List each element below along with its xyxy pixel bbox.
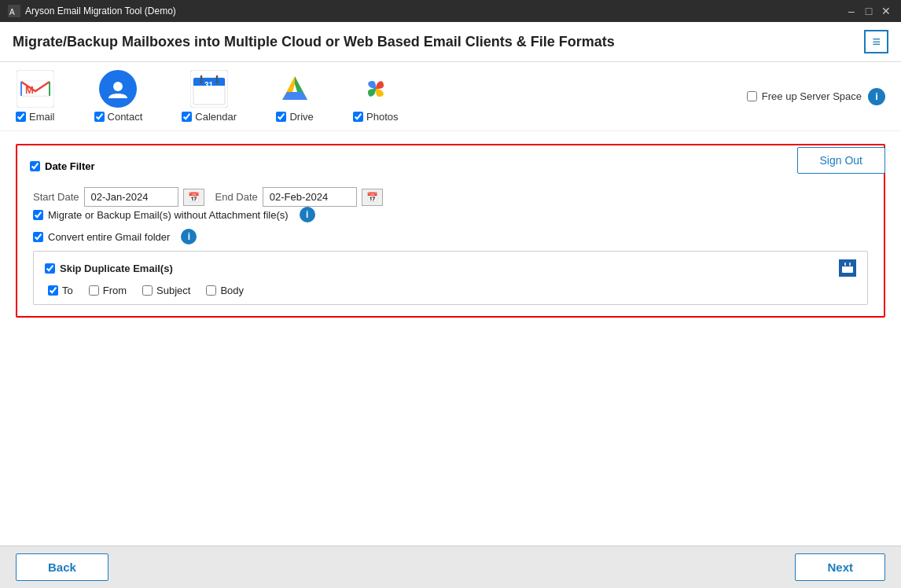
- photos-icon-item: Photos: [353, 70, 398, 123]
- dup-body-checkbox[interactable]: [206, 285, 216, 296]
- next-button[interactable]: Next: [795, 553, 885, 581]
- skip-duplicate-section: Skip Duplicate Email(s): [33, 251, 868, 305]
- date-filter-checkbox[interactable]: [30, 161, 40, 171]
- bottom-bar: Back Next: [0, 546, 901, 588]
- gmail-icon: M: [17, 70, 54, 108]
- minimize-button[interactable]: –: [844, 4, 859, 18]
- convert-option-row: Convert entire Gmail folder i: [33, 229, 868, 244]
- convert-option-label[interactable]: Convert entire Gmail folder: [33, 231, 170, 243]
- end-date-calendar-button[interactable]: 📅: [362, 189, 383, 206]
- free-space-checkbox[interactable]: [747, 91, 757, 101]
- svg-text:M: M: [25, 84, 34, 96]
- convert-option-checkbox[interactable]: [33, 232, 43, 242]
- options-section: Migrate or Backup Email(s) without Attac…: [30, 207, 871, 305]
- menu-button[interactable]: ≡: [864, 30, 888, 53]
- calendar-checkbox[interactable]: [182, 112, 192, 122]
- free-space-area: Free up Server Space i: [747, 88, 885, 105]
- header-bar: Migrate/Backup Mailboxes into Multiple C…: [0, 22, 901, 62]
- skip-duplicate-checkbox[interactable]: [45, 263, 55, 274]
- convert-info-icon[interactable]: i: [181, 229, 197, 244]
- contact-icon-item: Contact: [94, 70, 143, 123]
- end-date-group: End Date 📅: [215, 187, 383, 207]
- skip-dup-icon: [839, 259, 856, 277]
- migrate-option-row: Migrate or Backup Email(s) without Attac…: [33, 207, 868, 222]
- end-date-input[interactable]: [263, 187, 357, 207]
- drive-icon-item: Drive: [276, 70, 314, 123]
- email-checkbox-label[interactable]: Email: [16, 111, 55, 123]
- skip-duplicate-label[interactable]: Skip Duplicate Email(s): [45, 263, 173, 274]
- date-filter-row: Date Filter: [30, 156, 871, 176]
- duplicate-suboptions: To From Subject Body: [45, 285, 856, 296]
- title-bar-left: A Aryson Email Migration Tool (Demo): [8, 5, 176, 17]
- maximize-button[interactable]: □: [862, 4, 876, 18]
- contact-icon: [99, 70, 137, 108]
- contact-checkbox[interactable]: [94, 112, 105, 122]
- email-checkbox[interactable]: [16, 112, 26, 122]
- app-icon: A: [8, 5, 20, 17]
- dup-subject-label[interactable]: Subject: [142, 285, 190, 296]
- filter-section: Date Filter: [16, 144, 885, 318]
- photos-checkbox[interactable]: [353, 112, 363, 122]
- svg-text:A: A: [9, 8, 15, 17]
- calendar-icon-item: 31 Calendar: [182, 70, 237, 123]
- dup-to-label[interactable]: To: [48, 285, 73, 296]
- page-title: Migrate/Backup Mailboxes into Multiple C…: [13, 34, 615, 50]
- dup-to-checkbox[interactable]: [48, 285, 58, 296]
- photos-checkbox-label[interactable]: Photos: [353, 111, 398, 123]
- back-button[interactable]: Back: [16, 553, 108, 581]
- sign-out-button[interactable]: Sign Out: [797, 147, 885, 174]
- svg-text:31: 31: [204, 81, 214, 90]
- photos-icon: [357, 70, 395, 108]
- content-area: Sign Out Date Filter: [0, 131, 901, 546]
- title-bar: A Aryson Email Migration Tool (Demo) – □…: [0, 0, 901, 22]
- close-button[interactable]: ✕: [879, 4, 893, 18]
- migrate-option-checkbox[interactable]: [33, 210, 43, 220]
- calendar-icon: 31: [190, 70, 228, 108]
- svg-rect-26: [842, 263, 853, 266]
- title-bar-text: Aryson Email Migration Tool (Demo): [25, 6, 176, 17]
- svg-point-5: [113, 82, 123, 91]
- email-icon-item: M Email: [16, 70, 55, 123]
- start-date-group: Start Date 📅: [33, 187, 204, 207]
- dup-from-checkbox[interactable]: [89, 285, 99, 296]
- main-window: Migrate/Backup Mailboxes into Multiple C…: [0, 22, 901, 588]
- contact-checkbox-label[interactable]: Contact: [94, 111, 143, 123]
- free-space-label[interactable]: Free up Server Space: [747, 90, 862, 102]
- start-date-calendar-button[interactable]: 📅: [183, 189, 204, 206]
- title-bar-controls: – □ ✕: [844, 4, 893, 18]
- date-filter-label[interactable]: Date Filter: [30, 160, 95, 172]
- skip-duplicate-header: Skip Duplicate Email(s): [45, 259, 856, 277]
- dup-subject-checkbox[interactable]: [142, 285, 153, 296]
- drive-icon: [276, 70, 314, 108]
- dup-body-label[interactable]: Body: [206, 285, 244, 296]
- calendar-checkbox-label[interactable]: Calendar: [182, 111, 237, 123]
- date-inputs-row: Start Date 📅 End Date 📅: [30, 187, 871, 207]
- drive-checkbox-label[interactable]: Drive: [276, 111, 313, 123]
- free-space-info-icon[interactable]: i: [868, 88, 885, 105]
- migrate-option-label[interactable]: Migrate or Backup Email(s) without Attac…: [33, 209, 289, 221]
- drive-checkbox[interactable]: [276, 112, 286, 122]
- dup-from-label[interactable]: From: [89, 285, 127, 296]
- icon-bar: M Email Contact: [0, 62, 901, 131]
- migrate-info-icon[interactable]: i: [300, 207, 315, 222]
- date-filter-block: Date Filter: [30, 156, 871, 207]
- start-date-input[interactable]: [84, 187, 178, 207]
